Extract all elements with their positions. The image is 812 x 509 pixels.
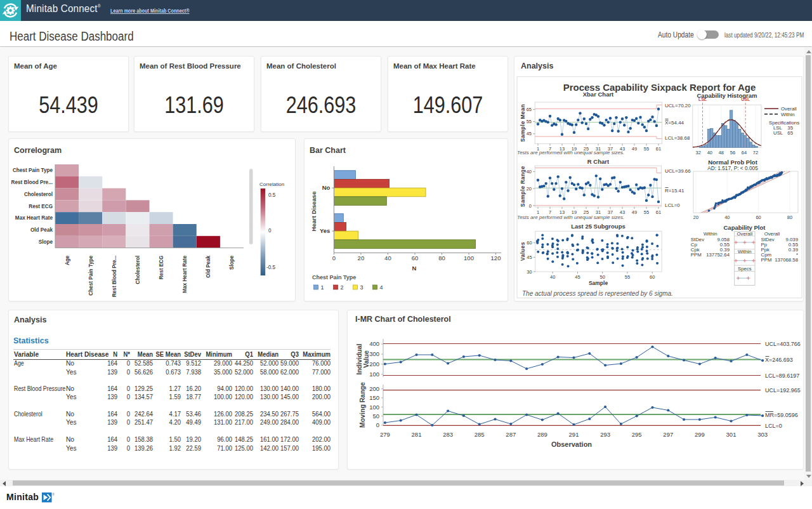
svg-text:Values: Values [520,242,526,261]
svg-text:Tests are performed with unequ: Tests are performed with unequal sample … [517,215,624,220]
svg-text:Within: Within [781,112,795,117]
svg-text:60: 60 [756,215,761,220]
svg-text:-0.5: -0.5 [266,265,276,270]
svg-text:R Chart: R Chart [587,158,610,165]
svg-text:No: No [322,184,331,191]
svg-text:293: 293 [600,431,610,438]
svg-text:50: 50 [372,413,379,420]
svg-text:Max Heart Rate: Max Heart Rate [15,215,53,221]
svg-text:200: 200 [369,360,379,367]
svg-text:Slope: Slope [229,255,235,270]
svg-text:0: 0 [332,255,336,261]
svg-text:100: 100 [369,371,379,378]
svg-text:USL: USL [741,97,750,102]
svg-text:MR=59.0596: MR=59.0596 [765,412,798,418]
svg-text:20: 20 [527,186,532,192]
svg-text:LCL=89.6197: LCL=89.6197 [765,373,799,379]
svg-text:65: 65 [527,107,532,112]
svg-text:100: 100 [464,255,474,261]
svg-text:60: 60 [650,274,655,280]
svg-text:Last 25 Subgroups: Last 25 Subgroups [571,223,625,230]
svg-text:300: 300 [369,350,379,357]
svg-text:X=246.693: X=246.693 [765,357,793,363]
svg-text:Rest Blood Pre...: Rest Blood Pre... [11,180,53,185]
svg-text:USL: USL [773,130,783,136]
svg-text:100: 100 [369,404,379,411]
svg-text:303: 303 [757,431,768,438]
svg-text:Value: Value [362,350,370,368]
svg-text:40: 40 [527,169,532,175]
svg-text:Yes: Yes [320,227,330,234]
svg-text:137752.64: 137752.64 [706,252,730,258]
svg-text:Rest ECG: Rest ECG [159,256,164,280]
svg-text:UCL=39.66: UCL=39.66 [665,168,691,174]
svg-text:Tests are performed with unequ: Tests are performed with unequal sample … [517,150,624,155]
svg-text:297: 297 [663,431,673,438]
svg-text:120: 120 [491,255,501,261]
svg-text:55: 55 [625,274,630,280]
svg-text:49: 49 [632,209,637,215]
svg-text:287: 287 [506,431,516,438]
svg-text:295: 295 [632,431,642,438]
svg-text:Rest Blood Pre...: Rest Blood Pre... [112,256,117,298]
svg-text:20: 20 [693,215,698,220]
svg-text:LSL: LSL [698,97,707,102]
svg-text:Old Peak: Old Peak [30,227,53,233]
svg-text:Max Heart Rate: Max Heart Rate [182,255,188,293]
svg-text:56: 56 [730,150,735,155]
svg-text:80: 80 [438,255,445,261]
svg-text:Within: Within [738,249,752,255]
svg-text:200: 200 [369,385,379,392]
svg-text:LCL=0: LCL=0 [765,423,782,429]
svg-text:61: 61 [656,146,661,152]
svg-text:283: 283 [443,431,453,438]
svg-text:LCL=0: LCL=0 [665,202,680,208]
svg-text:N: N [412,265,417,272]
svg-text:30: 30 [527,269,532,275]
svg-text:45: 45 [527,131,532,136]
svg-text:40: 40 [707,150,712,155]
svg-text:Capability Plot: Capability Plot [724,224,766,231]
svg-text:0: 0 [529,203,532,209]
svg-text:Observation: Observation [551,440,592,448]
svg-text:Cholesterol: Cholesterol [135,256,141,284]
svg-text:55: 55 [644,146,649,152]
svg-text:61: 61 [656,209,661,215]
svg-text:32: 32 [696,150,701,155]
svg-text:299: 299 [695,431,705,438]
svg-text:Heart Disease: Heart Disease [310,192,317,232]
svg-text:Chest Pain Type: Chest Pain Type [312,274,356,281]
svg-text:Overall: Overall [764,231,780,237]
svg-text:LCL=38.68: LCL=38.68 [665,135,690,141]
svg-text:45: 45 [527,255,532,260]
svg-text:UCL=70.20: UCL=70.20 [665,103,691,109]
svg-text:137068.58: 137068.58 [775,257,798,263]
svg-text:40: 40 [724,215,730,220]
svg-text:72: 72 [753,150,758,155]
svg-text:64: 64 [742,150,747,155]
svg-text:3: 3 [360,284,363,291]
svg-text:X=54.44: X=54.44 [665,120,684,126]
svg-text:291: 291 [569,431,579,438]
svg-text:Within: Within [704,231,717,237]
svg-text:Xbar Chart: Xbar Chart [583,91,614,98]
svg-text:301: 301 [726,431,737,438]
svg-text:2: 2 [341,284,344,291]
svg-text:Chest Pain Type: Chest Pain Type [13,168,53,173]
svg-text:45: 45 [575,274,580,280]
svg-text:UCL=192.965: UCL=192.965 [765,387,801,393]
svg-text:Sample Range: Sample Range [520,166,526,207]
svg-text:PPM: PPM [761,257,772,263]
svg-text:Sample Mean: Sample Mean [520,104,526,142]
svg-text:48: 48 [719,150,724,155]
svg-text:55: 55 [527,119,532,124]
svg-text:40: 40 [550,274,555,280]
svg-text:Old Peak: Old Peak [206,255,211,277]
svg-text:Moving Range: Moving Range [358,382,366,428]
svg-text:Age: Age [65,255,70,265]
svg-text:PPM: PPM [691,252,702,258]
svg-text:40: 40 [384,255,391,261]
svg-text:150: 150 [369,394,379,401]
svg-text:R=15.41: R=15.41 [665,188,684,194]
svg-text:55: 55 [644,209,649,215]
